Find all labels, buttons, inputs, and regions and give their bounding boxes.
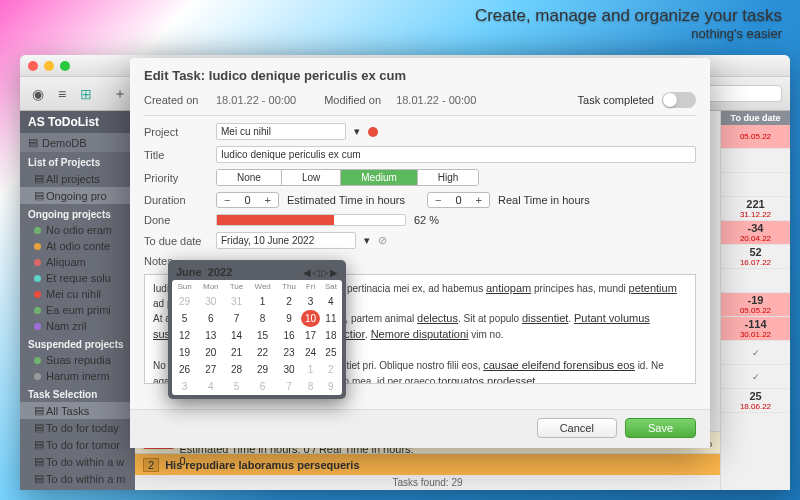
project-label: Project [144, 126, 208, 138]
calendar-day[interactable]: 2 [320, 361, 342, 378]
cal-next-month-icon[interactable]: ▷ [321, 267, 329, 278]
cal-next-year-icon[interactable]: ▶ [330, 267, 338, 278]
sidebar-item[interactable]: At odio conte [20, 238, 135, 254]
calendar-day[interactable]: 31 [224, 293, 248, 310]
calendar-day[interactable]: 1 [249, 293, 277, 310]
sidebar-item[interactable]: Aliquam [20, 254, 135, 270]
calendar-day[interactable]: 3 [301, 293, 319, 310]
calendar-day[interactable]: 26 [172, 361, 197, 378]
sidebar-item[interactable]: Harum inerm [20, 368, 135, 384]
calendar-day[interactable]: 28 [224, 361, 248, 378]
priority-option[interactable]: High [418, 170, 479, 185]
calendar-day[interactable]: 30 [197, 293, 224, 310]
calendar-day[interactable]: 4 [197, 378, 224, 395]
cal-prev-month-icon[interactable]: ◁ [312, 267, 320, 278]
calendar-day[interactable]: 30 [277, 361, 302, 378]
save-button[interactable]: Save [625, 418, 696, 438]
sidebar-item[interactable]: No odio eram [20, 222, 135, 238]
calendar-day[interactable]: 25 [320, 344, 342, 361]
title-field[interactable] [216, 146, 696, 163]
sidebar-item[interactable]: Suas repudia [20, 352, 135, 368]
estimated-stepper[interactable]: −0+ [216, 192, 279, 208]
calendar-day[interactable]: 7 [277, 378, 302, 395]
due-date-field[interactable] [216, 232, 356, 249]
calendar-day[interactable]: 16 [277, 327, 302, 344]
cal-prev-year-icon[interactable]: ◀ [303, 267, 311, 278]
task-selection-item[interactable]: ▤To do within a m [20, 470, 135, 487]
calendar-day[interactable]: 4 [320, 293, 342, 310]
database-row[interactable]: ▤DemoDB [20, 133, 135, 152]
calendar-day[interactable]: 15 [249, 327, 277, 344]
done-pct: 62 % [414, 214, 439, 226]
calendar-day[interactable]: 9 [277, 310, 302, 327]
priority-option[interactable]: Medium [341, 170, 418, 185]
calendar-day[interactable]: 19 [172, 344, 197, 361]
sidebar-add[interactable]: + [20, 487, 135, 490]
task-selection-item[interactable]: ▤To do for today [20, 419, 135, 436]
sidebar-item[interactable]: ▤All projects [20, 170, 135, 187]
calendar-day[interactable]: 14 [224, 327, 248, 344]
calendar-day[interactable]: 2 [277, 293, 302, 310]
calendar-day[interactable]: 10 [301, 310, 319, 327]
calendar-day[interactable]: 21 [224, 344, 248, 361]
completed-toggle[interactable] [662, 92, 696, 108]
calendar-grid: SunMonTueWedThuFriSat 293031123456789101… [172, 280, 342, 395]
add-icon[interactable]: ＋ [110, 84, 130, 104]
calendar-day[interactable]: 22 [249, 344, 277, 361]
modified-label: Modified on [324, 94, 388, 106]
created-label: Created on [144, 94, 208, 106]
project-dropdown-icon[interactable]: ▾ [354, 125, 360, 138]
calendar-day[interactable]: 17 [301, 327, 319, 344]
marketing-banner: Create, manage and organize your tasks n… [475, 6, 782, 41]
calendar-day[interactable]: 5 [172, 310, 197, 327]
cancel-button[interactable]: Cancel [537, 418, 617, 438]
priority-segmented[interactable]: NoneLowMediumHigh [216, 169, 479, 186]
calendar-day[interactable]: 11 [320, 310, 342, 327]
done-label: Done [144, 214, 208, 226]
calendar-day[interactable]: 1 [301, 361, 319, 378]
calendar-day[interactable]: 13 [197, 327, 224, 344]
calendar-day[interactable]: 6 [249, 378, 277, 395]
sidebar-item[interactable]: Mei cu nihil [20, 286, 135, 302]
due-cell: 22131.12.22 [721, 197, 790, 221]
due-date-column: To due date 05.05.2222131.12.22-3420.04.… [720, 111, 790, 490]
sidebar-item[interactable]: Ea eum primi [20, 302, 135, 318]
traffic-lights[interactable] [28, 61, 70, 71]
sidebar-section-header: List of Projects [20, 152, 135, 170]
calendar-day[interactable]: 5 [224, 378, 248, 395]
priority-option[interactable]: None [217, 170, 282, 185]
task-selection-item[interactable]: ▤To do for tomor [20, 436, 135, 453]
clear-date-icon[interactable]: ⊘ [378, 234, 387, 247]
task-selection-header: Task Selection [20, 384, 135, 402]
view-list-icon[interactable]: ≡ [52, 84, 72, 104]
view-grid-icon[interactable]: ⊞ [76, 84, 96, 104]
project-field[interactable] [216, 123, 346, 140]
view-detail-icon[interactable]: ◉ [28, 84, 48, 104]
calendar-day[interactable]: 7 [224, 310, 248, 327]
calendar-day[interactable]: 6 [197, 310, 224, 327]
calendar-day[interactable]: 8 [249, 310, 277, 327]
calendar-day[interactable]: 29 [172, 293, 197, 310]
real-stepper[interactable]: −0+ [427, 192, 490, 208]
calendar-day[interactable]: 27 [197, 361, 224, 378]
calendar-day[interactable]: 8 [301, 378, 319, 395]
calendar-day[interactable]: 20 [197, 344, 224, 361]
duration-label: Duration [144, 194, 208, 206]
due-cell [721, 149, 790, 173]
calendar-day[interactable]: 18 [320, 327, 342, 344]
due-dropdown-icon[interactable]: ▾ [364, 234, 370, 247]
sidebar-item[interactable]: ▤Ongoing pro [20, 187, 135, 204]
task-selection-item[interactable]: ▤To do within a w [20, 453, 135, 470]
calendar-day[interactable]: 3 [172, 378, 197, 395]
sidebar-item[interactable]: Et reque solu [20, 270, 135, 286]
task-selection-item[interactable]: ▤All Tasks [20, 402, 135, 419]
calendar-day[interactable]: 12 [172, 327, 197, 344]
project-color-dot [368, 127, 378, 137]
sidebar-item[interactable]: Nam zril [20, 318, 135, 334]
priority-option[interactable]: Low [282, 170, 341, 185]
calendar-day[interactable]: 29 [249, 361, 277, 378]
calendar-day[interactable]: 9 [320, 378, 342, 395]
calendar-day[interactable]: 23 [277, 344, 302, 361]
done-progress[interactable] [216, 214, 406, 226]
calendar-day[interactable]: 24 [301, 344, 319, 361]
